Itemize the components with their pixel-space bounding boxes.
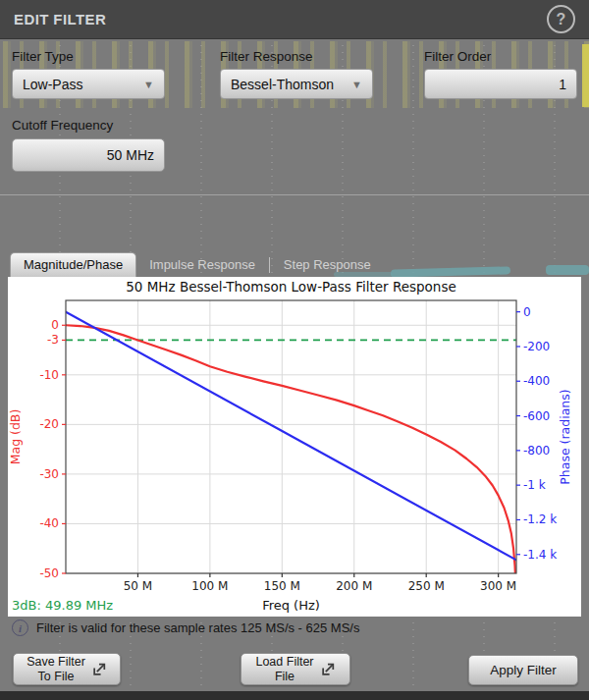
svg-text:-50: -50 (39, 566, 59, 580)
edit-filter-dialog: EDIT FILTER ? Filter Type Low-Pass ▼ Fil… (0, 0, 589, 700)
filter-response-value: Bessel-Thomson (231, 77, 334, 92)
svg-text:Mag (dB): Mag (dB) (8, 409, 23, 465)
save-button-line2: To File (38, 670, 75, 683)
tab-step-response[interactable]: Step Response (271, 253, 384, 277)
help-icon[interactable]: ? (547, 5, 575, 33)
cutoff-frequency-input[interactable]: 50 MHz (12, 138, 165, 172)
filter-order-input[interactable]: 1 (424, 69, 577, 99)
svg-text:0: 0 (523, 305, 531, 319)
apply-filter-button[interactable]: Apply Filter (468, 655, 578, 685)
svg-text:-200: -200 (523, 340, 550, 353)
svg-text:200 M: 200 M (336, 579, 372, 593)
chevron-down-icon: ▼ (143, 79, 154, 90)
svg-text:-400: -400 (523, 374, 550, 388)
svg-text:100 M: 100 M (191, 579, 228, 593)
sample-rate-info: i Filter is valid for these sample rates… (12, 619, 359, 636)
filter-response-dropdown[interactable]: Bessel-Thomson ▼ (220, 69, 373, 99)
filter-order-label: Filter Order (424, 49, 491, 64)
svg-text:Freq (Hz): Freq (Hz) (262, 598, 320, 613)
load-button-line2: File (275, 670, 294, 683)
svg-text:-30: -30 (39, 467, 59, 481)
tab-separator (269, 257, 270, 273)
sample-rate-info-text: Filter is valid for these sample rates 1… (36, 620, 359, 635)
save-filter-button[interactable]: Save Filter To File (13, 653, 121, 685)
cutoff-frequency-value: 50 MHz (107, 147, 154, 163)
svg-text:-1.4 k: -1.4 k (523, 548, 557, 562)
svg-text:-600: -600 (523, 409, 550, 423)
export-icon (92, 662, 107, 676)
save-button-line1: Save Filter (27, 655, 85, 669)
filter-type-value: Low-Pass (23, 77, 82, 92)
filter-response-chart: 50 M100 M150 M200 M250 M300 M0-3-10-20-3… (8, 277, 581, 617)
svg-text:Phase (radians): Phase (radians) (558, 389, 572, 484)
response-view-tabs: Magnitude/Phase Impulse Response Step Re… (10, 252, 384, 277)
load-button-line1: Load Filter (255, 655, 313, 669)
svg-text:-800: -800 (523, 444, 550, 458)
dialog-title: EDIT FILTER (14, 11, 106, 27)
bottom-edge (0, 691, 589, 700)
chevron-down-icon: ▼ (351, 79, 362, 90)
analog-waveform-fragment (546, 265, 589, 275)
load-filter-button[interactable]: Load Filter File (241, 653, 350, 685)
svg-text:0: 0 (51, 318, 59, 332)
svg-text:-10: -10 (39, 368, 59, 382)
info-icon: i (12, 619, 28, 636)
svg-text:150 M: 150 M (264, 579, 300, 593)
waveform-edge-fragment (582, 44, 589, 107)
filter-response-chart-panel: 50 M100 M150 M200 M250 M300 M0-3-10-20-3… (8, 277, 581, 617)
svg-text:-1.2 k: -1.2 k (523, 512, 557, 526)
svg-text:50 M: 50 M (124, 579, 152, 593)
analog-waveform-fragment (391, 266, 510, 277)
svg-text:3dB: 49.89 MHz: 3dB: 49.89 MHz (12, 598, 113, 613)
svg-text:-40: -40 (39, 516, 59, 530)
tab-impulse-response[interactable]: Impulse Response (136, 253, 268, 277)
filter-type-dropdown[interactable]: Low-Pass ▼ (12, 69, 165, 99)
filter-type-label: Filter Type (12, 49, 74, 64)
svg-text:-20: -20 (39, 417, 59, 431)
svg-text:-3: -3 (47, 333, 59, 347)
svg-text:50 MHz Bessel-Thomson Low-Pass: 50 MHz Bessel-Thomson Low-Pass Filter Re… (126, 279, 456, 295)
dialog-titlebar: EDIT FILTER ? (0, 0, 589, 39)
svg-text:300 M: 300 M (480, 579, 516, 593)
svg-text:250 M: 250 M (408, 579, 445, 593)
graticule-center-line (0, 194, 589, 195)
filter-response-label: Filter Response (220, 49, 313, 64)
import-icon (321, 662, 336, 676)
cutoff-frequency-label: Cutoff Frequency (12, 118, 113, 133)
svg-text:-1 k: -1 k (523, 478, 546, 492)
tab-magnitude-phase[interactable]: Magnitude/Phase (10, 252, 136, 277)
filter-order-value: 1 (559, 77, 566, 92)
